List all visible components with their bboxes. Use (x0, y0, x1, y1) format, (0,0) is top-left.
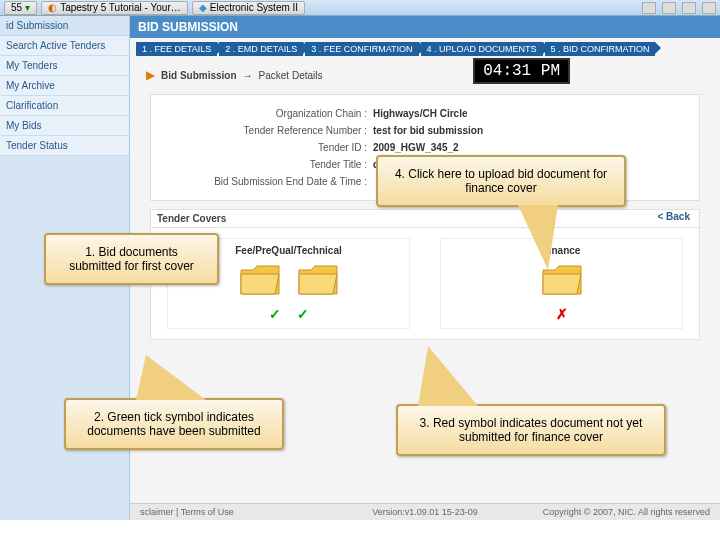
system-tray (642, 2, 716, 14)
annotation-4: 4. Click here to upload bid document for… (376, 155, 626, 207)
footer-version: Version:v1.09.01 15-23-09 (372, 507, 478, 517)
page-footer: sclaimer | Terms of Use Version:v1.09.01… (130, 503, 720, 520)
chevron-right-icon: ▶ (146, 68, 155, 82)
tray-icon[interactable] (662, 2, 676, 14)
taskbar-tab-2[interactable]: ◆Electronic System II (192, 1, 305, 15)
sidebar-item-archive[interactable]: My Archive (0, 76, 129, 96)
step-emd[interactable]: 2 . EMD DETAILS (219, 42, 303, 56)
folder-icon[interactable] (297, 264, 339, 298)
taskbar-tab-1[interactable]: ◐Tapestry 5 Tutorial - Your… (41, 1, 188, 15)
covers-heading: Tender Covers (150, 209, 700, 227)
step-fee[interactable]: 1 . FEE DETAILS (136, 42, 217, 56)
breadcrumb: ▶ Bid Submission → Packet Details (130, 60, 720, 90)
wizard-steps: 1 . FEE DETAILS 2 . EMD DETAILS 3 . FEE … (130, 38, 720, 60)
annotation-3: 3. Red symbol indicates document not yet… (396, 404, 666, 456)
sidebar-header: id Submission (0, 16, 129, 36)
org-label: Organization Chain : (167, 108, 367, 119)
cover-fin-title: Finance (447, 245, 676, 256)
sidebar-item-clarification[interactable]: Clarification (0, 96, 129, 116)
tray-icon[interactable] (702, 2, 716, 14)
step-bidconfirm[interactable]: 5 . BID CONFIRMATION (545, 42, 656, 56)
step-upload[interactable]: 4 . UPLOAD DOCUMENTS (421, 42, 543, 56)
covers-panel: Fee/PreQual/Technical ✓ ✓ Finance ✗ (150, 227, 700, 340)
tray-icon[interactable] (642, 2, 656, 14)
sidebar-item-search[interactable]: Search Active Tenders (0, 36, 129, 56)
back-link[interactable]: < Back (657, 211, 690, 222)
sidebar-item-tenders[interactable]: My Tenders (0, 56, 129, 76)
end-label: Bid Submission End Date & Time : (167, 176, 367, 187)
breadcrumb-b: Packet Details (259, 70, 323, 81)
tid-value: 2009_HGW_345_2 (367, 142, 459, 153)
sidebar-item-bids[interactable]: My Bids (0, 116, 129, 136)
annotation-2: 2. Green tick symbol indicates documents… (64, 398, 284, 450)
title-label: Tender Title : (167, 159, 367, 170)
countdown-timer: 04:31 PM (473, 58, 570, 84)
ref-value: test for bid submission (367, 125, 483, 136)
footer-left[interactable]: sclaimer | Terms of Use (140, 507, 234, 517)
org-value: Highways/CH Circle (367, 108, 467, 119)
annotation-1: 1. Bid documents submitted for first cov… (44, 233, 219, 285)
taskbar-btn[interactable]: 55▾ (4, 1, 37, 15)
tid-label: Tender ID : (167, 142, 367, 153)
breadcrumb-sep: → (243, 70, 253, 81)
os-taskbar: 55▾ ◐Tapestry 5 Tutorial - Your… ◆Electr… (0, 0, 720, 16)
ref-label: Tender Reference Number : (167, 125, 367, 136)
sidebar-item-status[interactable]: Tender Status (0, 136, 129, 156)
page-header: BID SUBMISSION (130, 16, 720, 38)
check-icon: ✓ (269, 306, 281, 322)
end-value (367, 176, 373, 187)
folder-icon[interactable] (239, 264, 281, 298)
step-confirm[interactable]: 3 . FEE CONFIRMATION (305, 42, 418, 56)
tray-icon[interactable] (682, 2, 696, 14)
cross-icon: ✗ (556, 306, 568, 322)
cover-finance: Finance ✗ (440, 238, 683, 329)
breadcrumb-a[interactable]: Bid Submission (161, 70, 237, 81)
footer-copyright: Copyright © 2007, NIC. All rights reserv… (543, 507, 710, 517)
check-icon: ✓ (297, 306, 309, 322)
